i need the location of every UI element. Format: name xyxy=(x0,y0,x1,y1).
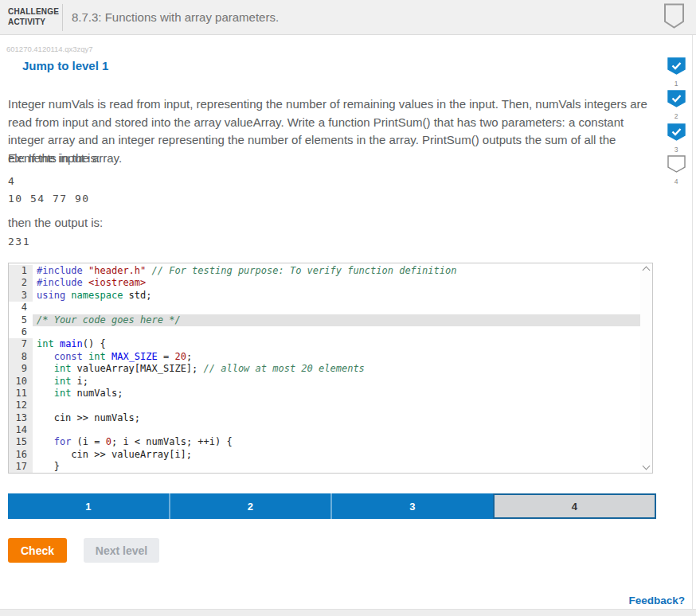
level-badge-number: 1 xyxy=(667,80,686,88)
code-token-plain xyxy=(37,388,54,399)
content-right-border xyxy=(692,35,693,609)
code-line-text[interactable]: using namespace std; xyxy=(33,290,640,302)
code-token-meta: #include xyxy=(37,277,88,288)
code-line[interactable]: 13 cin >> numVals; xyxy=(9,412,640,424)
code-token-plain xyxy=(37,436,54,447)
code-token-plain xyxy=(54,338,60,349)
line-number: 11 xyxy=(9,388,33,400)
code-token-plain xyxy=(83,351,88,362)
code-token-type: int xyxy=(37,338,54,349)
code-token-plain xyxy=(37,376,54,387)
code-line[interactable]: 10 int i; xyxy=(9,376,640,388)
example-intro: Ex: If the input is: xyxy=(8,151,100,165)
code-line[interactable]: 8 const int MAX_SIZE = 20; xyxy=(9,351,640,363)
code-line-text[interactable]: } xyxy=(33,461,640,473)
example-input-line: 4 xyxy=(8,173,90,190)
check-shield-icon xyxy=(667,57,686,78)
next-level-button[interactable]: Next level xyxy=(84,538,159,563)
code-line[interactable]: 1#include "header.h" // For testing purp… xyxy=(9,265,640,277)
code-line-text[interactable]: int valueArray[MAX_SIZE]; // allow at mo… xyxy=(33,363,640,375)
code-line-text[interactable] xyxy=(33,302,640,314)
code-line-text[interactable]: #include <iostream> xyxy=(33,277,640,289)
code-line-text[interactable]: #include "header.h" // For testing purpo… xyxy=(33,265,640,277)
line-number: 4 xyxy=(9,302,33,314)
scroll-up-icon[interactable] xyxy=(643,267,651,275)
header-bar: CHALLENGE ACTIVITY 8.7.3: Functions with… xyxy=(0,0,696,35)
code-token-string: <iostream> xyxy=(88,277,146,288)
activity-id: 601270.4120114.qx3zqy7 xyxy=(6,45,93,53)
code-line-text[interactable]: cin >> numVals; xyxy=(33,412,640,424)
code-line[interactable]: 3using namespace std; xyxy=(9,290,640,302)
progress-segment-level-2: 2 xyxy=(169,493,331,519)
badge-line-2: ACTIVITY xyxy=(8,17,59,27)
line-number: 7 xyxy=(9,338,33,350)
code-line[interactable]: 4 xyxy=(9,302,640,314)
level-badge-3: 3 xyxy=(667,123,686,154)
line-number: 3 xyxy=(9,290,33,302)
code-lines-container[interactable]: 1#include "header.h" // For testing purp… xyxy=(9,265,640,474)
example-input: 410 54 77 90 xyxy=(8,173,90,208)
code-line[interactable]: 14 xyxy=(9,424,640,436)
progress-segment-level-4: 4 xyxy=(493,493,657,519)
code-token-plain xyxy=(146,265,151,276)
code-line[interactable]: 11 int numVals; xyxy=(9,388,640,400)
line-number: 14 xyxy=(9,424,33,436)
bookmark-shield-icon xyxy=(663,3,685,33)
code-token-meta: #include xyxy=(37,265,88,276)
code-line-text[interactable]: cin >> valueArray[i]; xyxy=(33,449,640,461)
feedback-link[interactable]: Feedback? xyxy=(628,595,685,606)
code-token-plain: cin >> valueArray[i]; xyxy=(37,449,192,460)
code-token-plain: () { xyxy=(83,338,106,349)
line-number: 2 xyxy=(9,277,33,289)
line-number: 9 xyxy=(9,363,33,375)
editor-scrollbar[interactable] xyxy=(640,263,652,473)
code-token-number: 0 xyxy=(106,436,111,447)
code-line-text[interactable]: /* Your code goes here */ xyxy=(33,314,640,326)
code-editor[interactable]: 1#include "header.h" // For testing purp… xyxy=(8,263,653,474)
code-line[interactable]: 6 xyxy=(9,326,640,338)
code-token-plain: valueArray[MAX_SIZE]; xyxy=(71,363,203,374)
code-token-plain: ; i < numVals; ++i) { xyxy=(111,436,233,447)
code-line-text[interactable]: int i; xyxy=(33,376,640,388)
code-line[interactable]: 15 for (i = 0; i < numVals; ++i) { xyxy=(9,436,640,448)
code-line[interactable]: 9 int valueArray[MAX_SIZE]; // allow at … xyxy=(9,363,640,375)
code-line-text[interactable]: const int MAX_SIZE = 20; xyxy=(33,351,640,363)
code-token-plain xyxy=(37,351,54,362)
code-line[interactable]: 17 } xyxy=(9,461,640,473)
code-token-plain: = xyxy=(158,351,175,362)
level-progress-bar: 1234 xyxy=(8,493,656,519)
check-shield-icon xyxy=(667,90,686,111)
code-line[interactable]: 5/* Your code goes here */ xyxy=(9,314,640,326)
code-token-keyword: for xyxy=(54,436,72,447)
code-token-comment: /* Your code goes here */ xyxy=(37,314,181,326)
code-line-text[interactable] xyxy=(33,326,640,338)
progress-segment-level-3: 3 xyxy=(330,493,493,519)
level-badge-4: 4 xyxy=(667,155,686,185)
code-line-text[interactable]: int main() { xyxy=(33,338,640,350)
scroll-down-icon[interactable] xyxy=(643,462,651,470)
code-token-plain: ; xyxy=(186,351,192,362)
challenge-activity-badge: CHALLENGE ACTIVITY xyxy=(8,6,59,27)
level-badge-1: 1 xyxy=(667,57,686,88)
check-button[interactable]: Check xyxy=(8,538,67,563)
code-line-text[interactable]: int numVals; xyxy=(33,388,640,400)
code-line-text[interactable] xyxy=(33,400,640,411)
footer-strip xyxy=(0,609,696,616)
code-line[interactable]: 2#include <iostream> xyxy=(9,277,640,289)
jump-to-level-link[interactable]: Jump to level 1 xyxy=(22,59,108,72)
line-number: 12 xyxy=(9,400,33,411)
code-token-def: MAX_SIZE xyxy=(111,351,158,362)
code-line[interactable]: 16 cin >> valueArray[i]; xyxy=(9,449,640,461)
code-token-string: "header.h" xyxy=(88,265,146,276)
code-token-plain: std; xyxy=(123,290,151,301)
level-badge-number: 2 xyxy=(667,112,686,120)
code-line[interactable]: 7int main() { xyxy=(9,338,640,350)
code-token-keyword: const xyxy=(54,351,83,362)
code-line-text[interactable]: for (i = 0; i < numVals; ++i) { xyxy=(33,436,640,448)
activity-title: 8.7.3: Functions with array parameters. xyxy=(72,10,279,24)
line-number: 8 xyxy=(9,351,33,363)
code-line[interactable]: 12 xyxy=(9,400,640,411)
example-input-line: 10 54 77 90 xyxy=(8,190,90,208)
check-shield-icon xyxy=(667,123,686,144)
code-line-text[interactable] xyxy=(33,424,640,436)
